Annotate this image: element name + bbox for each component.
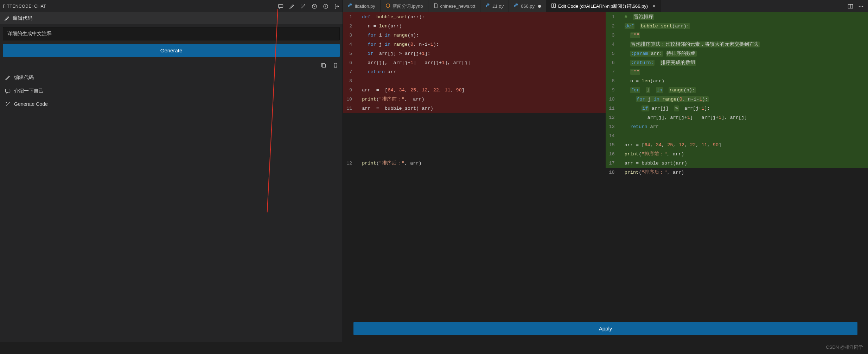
line-number: 12 <box>606 113 621 122</box>
editor-tab[interactable]: lication.py <box>343 0 381 12</box>
code-line[interactable]: if arr[j] > arr[j+1]: <box>358 49 605 58</box>
code-line[interactable]: print("排序前：", arr) <box>358 95 605 104</box>
code-line[interactable]: return arr <box>621 122 868 131</box>
line-number: 11 <box>343 104 358 113</box>
line-number: 1 <box>343 12 358 21</box>
history-item[interactable]: 编辑代码 <box>0 71 343 84</box>
chat-panel-title: FITTENCODE: CHAT <box>3 4 278 9</box>
line-number: 2 <box>606 21 621 31</box>
code-line[interactable]: n = len(arr) <box>621 76 868 85</box>
line-number <box>343 149 358 159</box>
code-line[interactable]: # 冒泡排序 <box>621 12 868 21</box>
history-item[interactable]: 介绍一下自己 <box>0 84 343 98</box>
line-number: 6 <box>343 58 358 67</box>
line-number: 14 <box>606 131 621 140</box>
code-line[interactable]: :param arr: 待排序的数组 <box>621 49 868 58</box>
wand-icon <box>5 101 11 107</box>
help-icon[interactable] <box>312 4 317 9</box>
svg-point-8 <box>516 4 516 4</box>
line-number: 18 <box>606 168 621 177</box>
code-line[interactable]: print("排序后：", arr) <box>621 168 868 177</box>
code-line[interactable]: if arr[j] > arr[j+1]: <box>621 104 868 113</box>
code-line[interactable] <box>358 131 605 140</box>
close-icon[interactable]: ✕ <box>652 4 656 9</box>
code-line[interactable]: for j in range(0, n-i-1): <box>621 95 868 104</box>
svg-point-12 <box>859 6 860 7</box>
editor-tab[interactable]: 11.py <box>480 0 509 12</box>
file-icon <box>433 3 438 9</box>
line-number: 15 <box>606 140 621 149</box>
code-line[interactable]: arr = [64, 34, 25, 12, 22, 11, 90] <box>621 140 868 149</box>
tab-label: lication.py <box>355 4 375 9</box>
code-line[interactable]: print("排序前：", arr) <box>621 149 868 159</box>
more-icon[interactable] <box>858 4 864 9</box>
chat-icon <box>5 88 11 94</box>
line-number: 2 <box>343 21 358 31</box>
jupyter-icon <box>385 3 390 9</box>
code-line[interactable] <box>358 149 605 159</box>
code-line[interactable]: n = len(arr) <box>358 21 605 31</box>
tab-label: 新闻分词.ipynb <box>392 3 423 9</box>
line-number <box>343 140 358 149</box>
info-icon[interactable] <box>323 4 328 9</box>
editor-tab[interactable]: 新闻分词.ipynb <box>381 0 428 12</box>
chat-item-toolbar <box>0 60 343 71</box>
code-line[interactable]: print("排序后：", arr) <box>358 159 605 168</box>
code-line[interactable]: def bubble_sort(arr): <box>358 12 605 21</box>
code-line[interactable]: for j in range(0, n-i-1): <box>358 40 605 49</box>
code-line[interactable]: arr[j], arr[j+1] = arr[j+1], arr[j] <box>621 113 868 122</box>
line-number: 7 <box>606 67 621 76</box>
code-line[interactable]: arr[j], arr[j+1] = arr[j+1], arr[j] <box>358 58 605 67</box>
modified-dot-icon <box>538 5 541 8</box>
editor-tab[interactable]: Edit Code (d:\AILEARN\nlp新闻分词\666.py)✕ <box>546 0 661 12</box>
code-line[interactable]: for i in range(n): <box>621 85 868 95</box>
wand-icon[interactable] <box>300 4 306 9</box>
code-line[interactable] <box>621 131 868 140</box>
svg-rect-0 <box>279 4 283 7</box>
copy-icon[interactable] <box>321 63 326 68</box>
line-number <box>343 122 358 131</box>
code-line[interactable]: arr = [64, 34, 25, 12, 22, 11, 90] <box>358 85 605 95</box>
code-line[interactable]: :return: 排序完成的数组 <box>621 58 868 67</box>
history-item[interactable]: Generate Code <box>0 98 343 110</box>
split-editor-icon[interactable] <box>848 4 853 9</box>
code-line[interactable]: """ <box>621 67 868 76</box>
pencil-icon[interactable] <box>289 4 295 9</box>
svg-point-7 <box>487 4 487 4</box>
svg-point-6 <box>386 4 390 8</box>
diff-editor[interactable]: 123456789101112 def bubble_sort(arr): n … <box>343 12 868 315</box>
code-line[interactable]: arr = bubble_sort(arr) <box>621 159 868 168</box>
code-line[interactable]: """ <box>621 31 868 40</box>
pencil-icon <box>4 15 10 21</box>
code-line[interactable]: arr = bubble_sort( arr) <box>358 104 605 113</box>
code-line[interactable] <box>358 76 605 85</box>
editor-tab[interactable]: chinese_news.txt <box>428 0 481 12</box>
svg-point-13 <box>861 6 862 7</box>
svg-rect-4 <box>6 89 10 92</box>
line-number: 3 <box>606 31 621 40</box>
svg-rect-10 <box>554 4 555 8</box>
line-number: 9 <box>343 85 358 95</box>
svg-point-14 <box>862 6 863 7</box>
tab-label: 11.py <box>492 4 504 9</box>
code-line[interactable]: 冒泡排序算法：比较相邻的元素，将较大的元素交换到右边 <box>621 40 868 49</box>
code-line[interactable] <box>358 140 605 149</box>
code-line[interactable]: return arr <box>358 67 605 76</box>
line-number: 13 <box>606 122 621 131</box>
generate-button[interactable]: Generate <box>3 44 340 57</box>
code-line[interactable]: def bubble_sort(arr): <box>621 21 868 31</box>
line-number: 9 <box>606 85 621 95</box>
panel-chat-icon[interactable] <box>278 4 283 9</box>
code-line[interactable] <box>358 113 605 122</box>
tab-label: chinese_news.txt <box>440 4 476 9</box>
chat-input[interactable] <box>3 27 340 40</box>
logout-icon[interactable] <box>334 4 340 9</box>
trash-icon[interactable] <box>333 63 338 68</box>
watermark: CSDN @相洋同学 <box>0 342 868 354</box>
editor-tabs: lication.py新闻分词.ipynbchinese_news.txt11.… <box>343 0 868 12</box>
editor-tab[interactable]: 666.py <box>509 0 546 12</box>
code-line[interactable] <box>358 122 605 131</box>
apply-button[interactable]: Apply <box>353 322 857 335</box>
line-number: 5 <box>343 49 358 58</box>
code-line[interactable]: for i in range(n): <box>358 31 605 40</box>
